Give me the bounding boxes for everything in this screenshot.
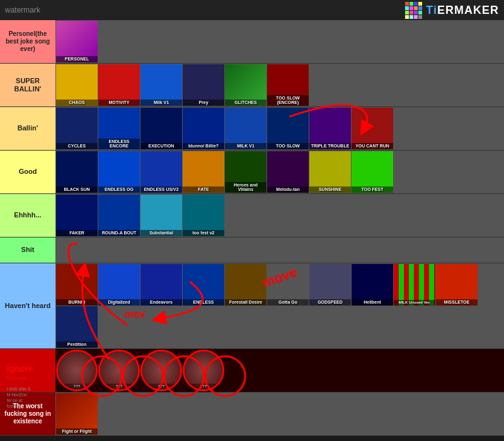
item-you-cant-run[interactable]: YOU CANT RUN [352,108,393,149]
item-too-fest-v2[interactable]: too fest v2 [183,195,224,236]
tier-items-ehhhh: FAKER ROUND-A BOUT Substantial too fest … [55,194,504,237]
tier-label-ehhhh: Ehhhh... [0,194,55,237]
tier-row-haventheard: Haven't heard BURNIN Digitalized Endeavo… [0,263,504,349]
tier-label-ballin: Ballin' [0,107,55,150]
tier-label-ignore [0,349,55,392]
tier-label-personel: Personel(the best joke song ever) [0,20,55,63]
item-godspeed[interactable]: GODSPEED [309,264,351,306]
tier-items-good: BLACK SUN ENDLESS OG ENDLESS US/V2 FATE … [55,151,504,193]
tier-items-ballin: CYCLES ENDLESS ENCORE EXECUTION Idunno/ … [55,107,504,150]
tier-items-worst: Fight or Flight [55,392,504,435]
item-black-sun[interactable]: BLACK SUN [56,151,98,193]
item-fate[interactable]: FATE [183,151,224,193]
item-endless-og[interactable]: ENDLESS OG [98,151,140,193]
logo-title: TiERMAKER [426,4,499,17]
tier-label-haventheard: Haven't heard [0,263,55,348]
tier-label-worst: The worst fucking song in existence [0,392,55,435]
tier-row-worst: The worst fucking song in existence Figh… [0,392,504,436]
tier-row-shit: Shit [0,238,504,263]
tier-items-haventheard: BURNIN Digitalized Endeavors ENDLESS For… [55,263,504,348]
item-sunshine[interactable]: SUNSHINE [309,151,351,193]
item-ignore-3[interactable]: ??? [140,350,182,391]
item-gotta-go[interactable]: Gotta Go [267,264,309,306]
item-too-fest[interactable]: TOO FEST [352,151,393,193]
item-milk-v1-superballin[interactable]: Milk V1 [140,64,182,106]
item-burnin[interactable]: BURNIN [56,264,98,306]
header: watermark TiERMAKER [0,0,504,20]
tier-row-ignore: ??? ??? ??? ??? [0,349,504,392]
item-glitches[interactable]: GLITCHES [225,64,266,106]
tier-items-superballin: CHAOS MOTIVITY Milk V1 Prey GLITCHES [55,64,504,106]
tier-row-ballin: Ballin' CYCLES ENDLESS ENCORE EXECUTION … [0,107,504,151]
tier-label-good: Good [0,151,55,193]
item-ignore-2[interactable]: ??? [98,350,140,391]
item-round-a-bout[interactable]: ROUND-A BOUT [98,195,140,236]
tier-row-personel: Personel(the best joke song ever) PERSON… [0,20,504,64]
item-triple-trouble[interactable]: TRIPLE TROUBLE [309,108,351,149]
item-missletoe[interactable]: MISSLETOE [436,264,478,306]
item-perdition[interactable]: Perdition [56,306,98,348]
item-endless-encore[interactable]: ENDLESS ENCORE [98,108,140,149]
tier-row-superballin: SUPER BALLIN' CHAOS MOTIVITY Milk V1 Pre… [0,64,504,107]
item-forestall-desire[interactable]: Forestall Desire [225,264,266,306]
item-endless-us-v2[interactable]: ENDLESS US/V2 [140,151,182,193]
tier-items-ignore: ??? ??? ??? ??? [55,349,504,392]
logo-grid-icon [405,2,422,19]
item-substantial[interactable]: Substantial [140,195,182,236]
tier-row-ehhhh: Ehhhh... FAKER ROUND-A BOUT Substantial … [0,194,504,238]
item-endless-haventheard[interactable]: ENDLESS [183,264,224,306]
tiermaker-container: watermark TiERMAKER [0,0,504,436]
tier-items-personel: PERSONEL [55,20,504,63]
item-too-slow-ballin[interactable]: TOO SLOW [267,108,309,149]
item-hellbent[interactable]: Hellbent [352,264,393,306]
item-execution[interactable]: EXECUTION [140,108,182,149]
item-chaos[interactable]: CHAOS [56,64,98,106]
watermark-text: watermark [5,6,40,14]
item-idunno[interactable]: Idunno/ Billie? [183,108,224,149]
item-too-slow-encore[interactable]: TOO SLOW (ENCORE) [267,64,309,106]
item-fight-or-flight[interactable]: Fight or Flight [56,393,98,435]
item-prey[interactable]: Prey [183,64,224,106]
item-melodu-tan[interactable]: Melodu-tan [267,151,309,193]
item-ignore-1[interactable]: ??? [56,350,98,391]
tiers-wrapper: move mov ignore this one I tHiS oNe S M … [0,20,504,436]
tier-row-good: Good BLACK SUN ENDLESS OG ENDLESS US/V2 … [0,151,504,194]
tier-label-shit: Shit [0,238,55,263]
tiermaker-logo: TiERMAKER [405,2,499,19]
tier-label-superballin: SUPER BALLIN' [0,64,55,106]
item-heroes-villains[interactable]: Heroes and Villains [225,151,266,193]
item-milk-v1-ballin[interactable]: MILK V1 [225,108,266,149]
item-personel[interactable]: PERSONEL [56,21,98,62]
item-faker[interactable]: FAKER [56,195,98,236]
tier-items-shit [55,238,504,263]
item-digitalized[interactable]: Digitalized [98,264,140,306]
item-endeavors[interactable]: Endeavors [140,264,182,306]
item-ignore-4[interactable]: ??? [183,350,224,391]
item-cycles[interactable]: CYCLES [56,108,98,149]
item-motivity[interactable]: MOTIVITY [98,64,140,106]
item-milk-unused[interactable]: MILK Unused Ver. [394,264,435,306]
